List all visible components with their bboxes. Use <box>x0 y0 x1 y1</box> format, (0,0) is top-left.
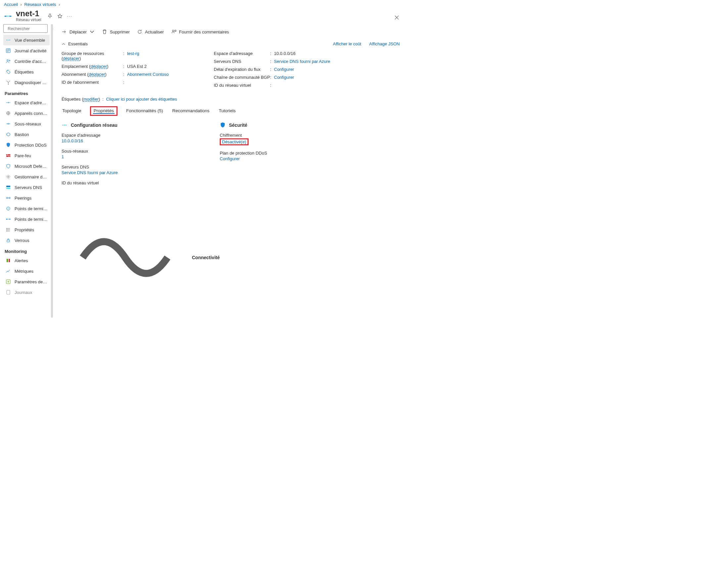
nav-firewall[interactable]: Pare-feu <box>3 150 50 161</box>
svg-point-2 <box>9 15 11 17</box>
cmd-delete-label: Supprimer <box>110 29 130 34</box>
ess-flow-value[interactable]: Configurer <box>274 67 294 72</box>
nav-overview-label: Vue d'ensemble <box>15 38 45 43</box>
chevron-up-icon <box>62 42 66 46</box>
nav-bastion[interactable]: Bastion <box>3 129 50 140</box>
sec-enc-value[interactable]: Désactivé(e) <box>222 139 246 144</box>
svg-point-31 <box>172 30 174 32</box>
nav-diagnose[interactable]: Diagnostiquer et résoudre les... <box>3 77 50 88</box>
tags-edit-link[interactable]: modifier <box>83 97 99 101</box>
more-icon[interactable]: ··· <box>67 14 73 20</box>
search-input[interactable] <box>3 24 48 33</box>
favorite-icon[interactable] <box>57 14 63 20</box>
nav-network-manager[interactable]: Gestionnaire de réseau <box>3 171 50 182</box>
nav-service-endpoints[interactable]: Points de terminaison de service <box>3 203 50 214</box>
nav-activity-label: Journal d'activité <box>15 48 46 53</box>
tab-properties[interactable]: Propriétés <box>90 106 118 116</box>
ess-dns-value[interactable]: Service DNS fourni par Azure <box>274 59 330 64</box>
ess-rg-move-link[interactable]: déplacer <box>63 56 79 61</box>
close-icon[interactable] <box>394 14 400 21</box>
nav-logs[interactable]: Journaux <box>3 287 50 298</box>
resource-type-label: Réseau virtuel <box>16 17 42 22</box>
ess-loc-value: USA Est 2 <box>127 64 147 69</box>
nav-activity-log[interactable]: Journal d'activité <box>3 45 50 56</box>
ess-addr-value: 10.0.0.0/16 <box>274 51 296 56</box>
svg-rect-28 <box>9 259 10 262</box>
nav-alerts[interactable]: Alertes <box>3 255 50 266</box>
svg-rect-26 <box>7 240 10 242</box>
nav-metrics-label: Métriques <box>15 269 33 274</box>
shield-icon <box>220 122 226 128</box>
nav-dns[interactable]: Serveurs DNS <box>3 182 50 193</box>
chevron-down-icon <box>89 29 95 34</box>
nav-props-label: Propriétés <box>15 227 34 232</box>
nav-tags[interactable]: Étiquettes <box>3 67 50 77</box>
sec-enc-label: Chiffrement <box>220 133 400 138</box>
tabs: Topologie Propriétés Fonctionnalités (5)… <box>62 106 400 116</box>
net-dns-value[interactable]: Service DNS fourni par Azure <box>62 170 118 175</box>
tags-add-link[interactable]: Cliquer ici pour ajouter des étiquettes <box>106 97 177 101</box>
nav-defender-label: Microsoft Defender pour le cloud <box>15 164 48 169</box>
nav-properties[interactable]: Propriétés <box>3 224 50 235</box>
breadcrumb-vnets[interactable]: Réseaux virtuels <box>24 2 56 7</box>
cmd-delete[interactable]: Supprimer <box>102 29 130 34</box>
svg-point-6 <box>7 60 8 61</box>
nav-diagnose-label: Diagnostiquer et résoudre les... <box>15 80 48 85</box>
nav-iam-label: Contrôle d'accès (IAM) <box>15 59 48 64</box>
nav-address-space[interactable]: Espace d'adressage <box>3 97 50 108</box>
svg-point-1 <box>5 15 7 17</box>
nav-diagnostic-settings[interactable]: Paramètres de diagnostic <box>3 276 50 287</box>
nav-subnets[interactable]: Sous-réseaux <box>3 119 50 129</box>
network-manager-icon <box>5 174 11 180</box>
nav-iam[interactable]: Contrôle d'accès (IAM) <box>3 56 50 67</box>
refresh-icon <box>137 29 142 34</box>
ess-bgp-value[interactable]: Configurer <box>274 75 294 80</box>
nav-connected-devices[interactable]: Appareils connectés <box>3 108 50 119</box>
locks-icon <box>5 237 11 243</box>
cmd-refresh[interactable]: Actualiser <box>137 29 164 34</box>
nav-private-endpoints[interactable]: Points de terminaison privés <box>3 214 50 224</box>
svg-point-24 <box>6 229 7 230</box>
json-view-link[interactable]: Affichage JSON <box>369 42 400 46</box>
nav-metrics[interactable]: Métriques <box>3 266 50 276</box>
cmd-feedback[interactable]: Fournir des commentaires <box>171 29 229 34</box>
nav-overview[interactable]: Vue d'ensemble <box>3 35 50 45</box>
ess-sub-move-link[interactable]: déplacer <box>89 72 105 77</box>
nav-peerings[interactable]: Peerings <box>3 193 50 203</box>
cmd-move[interactable]: Déplacer <box>62 29 95 34</box>
peerings-icon <box>5 195 11 201</box>
vnet-resource-icon <box>3 12 13 21</box>
ess-rg-label: Groupe de ressources (déplacer) <box>62 51 123 61</box>
nav-ddos[interactable]: Protection DDoS <box>3 140 50 150</box>
cmd-move-label: Déplacer <box>70 29 87 34</box>
net-addr-value[interactable]: 10.0.0.0/16 <box>62 138 83 143</box>
nav-priv-ep-label: Points de terminaison privés <box>15 217 48 222</box>
connectivity-icon <box>62 194 189 318</box>
essentials-toggle[interactable]: Essentials <box>62 42 88 46</box>
search-field[interactable] <box>8 26 63 31</box>
show-cost-link[interactable]: Afficher le coût <box>333 42 361 46</box>
ess-sub-value[interactable]: Abonnement Contoso <box>127 72 169 77</box>
tab-features[interactable]: Fonctionnalités (5) <box>126 106 163 116</box>
tab-topology[interactable]: Topologie <box>62 106 82 116</box>
breadcrumb-home[interactable]: Accueil <box>4 2 18 7</box>
ess-addr-label: Espace d'adressage <box>214 51 270 56</box>
sec-ddos-value[interactable]: Configurer <box>220 156 240 161</box>
nav-netmgr-label: Gestionnaire de réseau <box>15 174 48 180</box>
ess-dns-label: Serveurs DNS <box>214 59 270 64</box>
net-subnets-label: Sous-réseaux <box>62 149 220 154</box>
nav-locks[interactable]: Verrous <box>3 235 50 245</box>
feedback-icon <box>171 29 176 34</box>
pin-icon[interactable] <box>47 14 53 20</box>
net-addr-label: Espace d'adressage <box>62 133 220 138</box>
tab-recommendations[interactable]: Recommandations <box>171 106 210 116</box>
net-subnets-value[interactable]: 1 <box>62 154 64 159</box>
tab-tutorials[interactable]: Tutoriels <box>218 106 236 116</box>
nav-scrollbar[interactable] <box>51 24 53 318</box>
breadcrumb: Accueil › Réseaux virtuels › <box>0 0 404 9</box>
ess-loc-move-link[interactable]: déplacer <box>90 64 107 69</box>
nav-defender[interactable]: Microsoft Defender pour le cloud <box>3 161 50 171</box>
ess-rg-value[interactable]: test-rg <box>127 51 139 56</box>
svg-point-12 <box>8 124 9 125</box>
cmd-refresh-label: Actualiser <box>145 29 164 34</box>
